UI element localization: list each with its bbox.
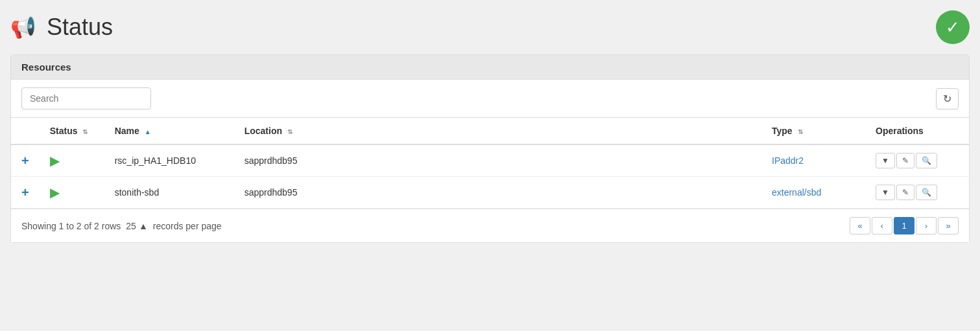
th-name-label: Name [115,126,139,136]
ops-search-btn-2[interactable]: 🔍 [916,185,937,200]
th-type[interactable]: Type ⇅ [761,118,865,144]
check-mark: ✓ [946,17,960,38]
card-title: Resources [21,62,71,73]
page-title: Status [47,14,113,41]
footer-left: Showing 1 to 2 of 2 rows 25 ▲ records pe… [21,221,222,231]
th-status[interactable]: Status ⇅ [40,118,104,144]
name-cell-1: rsc_ip_HA1_HDB10 [104,144,234,177]
toolbar: ↻ [11,80,969,118]
running-icon-1: ▶ [50,154,60,168]
running-icon-2: ▶ [50,185,60,200]
page-header: 📢 Status ✓ [10,10,970,44]
per-page-value: 25 [126,221,136,231]
page-current-button[interactable]: 1 [894,217,914,234]
location-cell-1: sapprdhdb95 [234,144,761,177]
table-body: + ▶ rsc_ip_HA1_HDB10 sapprdhdb95 IPaddr2… [11,144,969,209]
type-cell-1: IPaddr2 [761,144,865,177]
th-operations-label: Operations [876,126,924,136]
expand-button-1[interactable]: + [21,154,29,168]
type-link-2[interactable]: external/sbd [772,187,821,198]
refresh-button[interactable]: ↻ [936,88,959,109]
pagination: « ‹ 1 › » [850,217,959,234]
ops-dropdown-btn-1[interactable]: ▼ [876,153,895,168]
header-row: Status ⇅ Name ▲ Location ⇅ Type ⇅ Operat… [11,118,969,144]
showing-text: Showing 1 to 2 of 2 rows [21,221,121,231]
refresh-icon: ↻ [943,93,951,104]
table-header: Status ⇅ Name ▲ Location ⇅ Type ⇅ Operat… [11,118,969,144]
page-next-button[interactable]: › [916,217,937,234]
ops-group-1: ▼ ✎ 🔍 [876,153,959,168]
page-prev-button[interactable]: ‹ [872,217,892,234]
type-link-1[interactable]: IPaddr2 [772,155,804,166]
table-row: + ▶ stonith-sbd sapprdhdb95 external/sbd… [11,177,969,209]
ops-search-btn-1[interactable]: 🔍 [916,153,937,168]
per-page-suffix: records per page [153,221,222,231]
header-left: 📢 Status [10,14,113,41]
sort-status-icon: ⇅ [82,128,88,135]
expand-cell-2: + [11,177,40,209]
ops-dropdown-btn-2[interactable]: ▼ [876,185,895,200]
th-expand [11,118,40,144]
per-page-selector[interactable]: 25 ▲ [126,221,147,231]
megaphone-icon: 📢 [10,15,36,40]
card-header: Resources [11,55,969,80]
row-name-1: rsc_ip_HA1_HDB10 [115,155,196,166]
ops-edit-btn-1[interactable]: ✎ [896,153,914,168]
search-input[interactable] [21,87,151,109]
ops-edit-btn-2[interactable]: ✎ [896,185,914,200]
th-operations: Operations [865,118,969,144]
row-location-2: sapprdhdb95 [245,187,298,198]
per-page-arrow: ▲ [139,221,148,231]
location-cell-2: sapprdhdb95 [234,177,761,209]
th-location-label: Location [245,126,282,136]
page-first-button[interactable]: « [850,217,870,234]
th-name[interactable]: Name ▲ [104,118,234,144]
expand-cell-1: + [11,144,40,177]
sort-location-icon: ⇅ [287,128,293,135]
table-row: + ▶ rsc_ip_HA1_HDB10 sapprdhdb95 IPaddr2… [11,144,969,177]
resources-table: Status ⇅ Name ▲ Location ⇅ Type ⇅ Operat… [11,118,969,209]
row-name-2: stonith-sbd [115,187,159,198]
type-cell-2: external/sbd [761,177,865,209]
sort-name-icon: ▲ [145,128,151,135]
ops-cell-1: ▼ ✎ 🔍 [865,144,969,177]
th-status-label: Status [50,126,78,136]
expand-button-2[interactable]: + [21,185,29,200]
name-cell-2: stonith-sbd [104,177,234,209]
resources-card: Resources ↻ Status ⇅ Name ▲ Location ⇅ [10,54,970,243]
table-footer: Showing 1 to 2 of 2 rows 25 ▲ records pe… [11,209,969,242]
status-check-icon: ✓ [936,10,970,44]
sort-type-icon: ⇅ [798,128,803,135]
status-cell-1: ▶ [40,144,104,177]
status-cell-2: ▶ [40,177,104,209]
ops-cell-2: ▼ ✎ 🔍 [865,177,969,209]
page-last-button[interactable]: » [938,217,959,234]
th-location[interactable]: Location ⇅ [234,118,761,144]
ops-group-2: ▼ ✎ 🔍 [876,185,959,200]
row-location-1: sapprdhdb95 [245,155,298,166]
th-type-label: Type [772,126,793,136]
